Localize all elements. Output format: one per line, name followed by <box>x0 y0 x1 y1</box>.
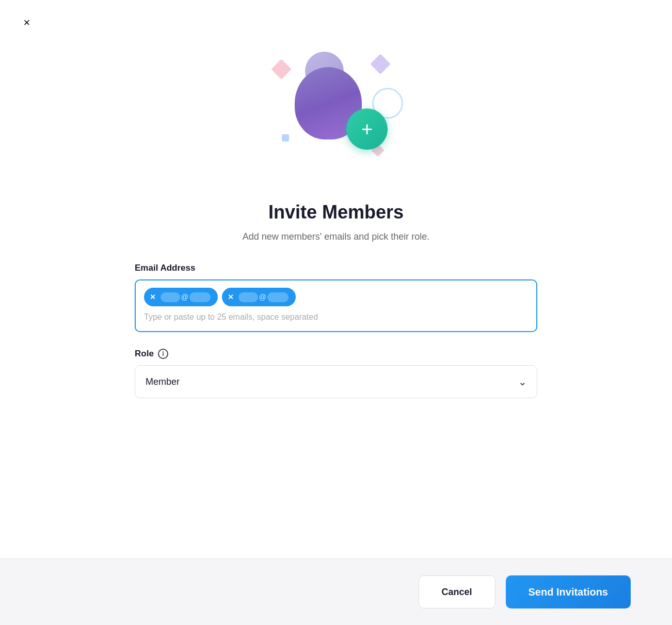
modal-content: + Invite Members Add new members' emails… <box>0 0 672 558</box>
chip-remove-button[interactable]: ✕ <box>226 292 235 302</box>
modal-container: × + Invite Members Add new members' emai… <box>0 0 672 625</box>
chip-text: @ <box>161 292 211 302</box>
send-invitations-button[interactable]: Send Invitations <box>506 575 631 608</box>
modal-subtitle: Add new members' emails and pick their r… <box>243 231 430 242</box>
invite-illustration: + <box>253 31 419 186</box>
close-button[interactable]: × <box>19 14 35 31</box>
email-input-box[interactable]: ✕ @ ✕ @ <box>135 279 537 332</box>
chip-at-symbol: @ <box>181 293 188 301</box>
form-area: Email Address ✕ @ ✕ <box>135 263 537 398</box>
role-info-icon[interactable]: i <box>158 349 168 359</box>
modal-footer: Cancel Send Invitations <box>0 558 672 625</box>
email-label: Email Address <box>135 263 537 273</box>
email-input-placeholder: Type or paste up to 25 emails, space sep… <box>144 310 528 324</box>
chip-user-part <box>238 292 258 302</box>
email-chip: ✕ @ <box>144 288 218 306</box>
modal-title: Invite Members <box>268 201 404 223</box>
email-chip: ✕ @ <box>222 288 296 306</box>
chip-domain-part <box>189 292 211 302</box>
chip-remove-button[interactable]: ✕ <box>148 292 157 302</box>
deco-square-blue <box>282 134 289 142</box>
chip-at-symbol: @ <box>259 293 266 301</box>
role-select[interactable]: Member Admin Viewer <box>135 365 537 398</box>
chip-domain-part <box>267 292 289 302</box>
cancel-button[interactable]: Cancel <box>419 575 495 608</box>
avatar-group: + <box>290 52 382 155</box>
chip-text: @ <box>238 292 289 302</box>
chip-user-part <box>161 292 180 302</box>
deco-diamond-pink <box>271 59 292 80</box>
role-select-wrapper: Member Admin Viewer ⌄ <box>135 365 537 398</box>
role-label: Role i <box>135 349 537 359</box>
add-member-icon: + <box>346 108 388 150</box>
